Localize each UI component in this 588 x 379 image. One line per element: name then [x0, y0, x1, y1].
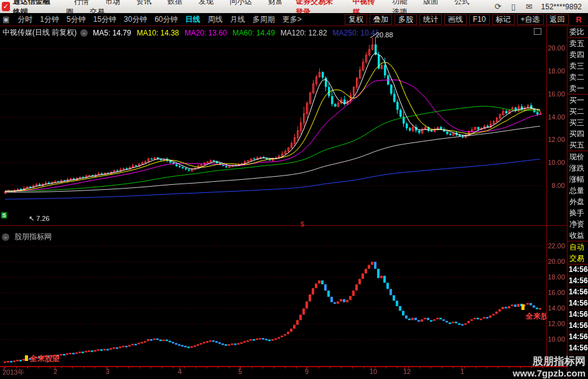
trade-time-row: 14:56	[567, 321, 588, 332]
main-y-tick: 8.00	[547, 182, 565, 189]
trade-time-row: 14:56	[567, 298, 588, 309]
mobile-icon[interactable]: ▯	[511, 2, 516, 11]
peak-price-label: 20.88	[376, 31, 393, 39]
top-menu-item[interactable]: 功能	[392, 0, 407, 6]
period-tab[interactable]: 周线	[208, 14, 223, 25]
panel-divider[interactable]	[0, 225, 567, 226]
price-axis-divider	[546, 26, 547, 366]
main-y-tick: 18.00	[547, 67, 565, 75]
top-menu-item[interactable]: 数据	[167, 0, 182, 6]
ma-legend-item: MA5: 14.79	[93, 29, 131, 37]
x-axis-line	[0, 366, 567, 367]
period-tab[interactable]: 分时	[17, 14, 32, 25]
chart-tool-button[interactable]: F10	[469, 14, 490, 25]
sidebar-quote-row: 总量	[567, 185, 588, 196]
ma-legend-item: MA120: 12.82	[281, 29, 327, 37]
dollar-marker[interactable]: $	[301, 220, 304, 228]
period-tab[interactable]: 15分钟	[93, 14, 116, 25]
sidebar-quote-row: 买一	[567, 95, 588, 106]
sidebar-quote-row: 现价	[567, 151, 588, 162]
chart-tool-button[interactable]: 返回	[546, 14, 569, 25]
sidebar-quote-row[interactable]: 自动	[567, 241, 588, 253]
period-list: 分时1分钟5分钟15分钟30分钟60分钟日线周线月线多周期更多>	[14, 14, 305, 25]
sub-y-tick: 18.00	[547, 273, 565, 281]
watermark: 股朋指标网 www.7gpzb.com	[513, 355, 586, 378]
trade-time-row: 14:56	[567, 287, 588, 298]
sidebar-quote-row: 外盘	[567, 196, 588, 207]
sub-y-tick: 14.00	[547, 304, 565, 312]
sidebar-quote-row: 买五	[567, 139, 588, 151]
sidebar-quote-row[interactable]: 交易	[567, 253, 588, 264]
trade-time-row: 14:56	[567, 343, 588, 354]
sell-signal-marker: S	[1, 212, 7, 218]
top-menu-item[interactable]: 市场	[105, 0, 120, 6]
sidebar-quote-row: 净资	[567, 218, 588, 230]
chart-tool-button[interactable]: 标记	[492, 14, 515, 25]
sidebar-quote-row: 卖三	[567, 60, 588, 72]
sidebar-group: 现价涨跌涨幅总量外盘换手净资收益	[567, 151, 588, 241]
sidebar-quote-row: 委比	[567, 26, 588, 37]
period-tab[interactable]: 1分钟	[40, 14, 59, 25]
mail-icon[interactable]: ✉	[526, 2, 533, 11]
x-axis-tick-label: 5	[238, 368, 242, 375]
period-tab[interactable]: 更多>	[282, 14, 302, 25]
top-menu-item[interactable]: 公式	[454, 0, 469, 6]
chart-canvas[interactable]	[0, 0, 588, 379]
sidebar-quote-row: 买四	[567, 128, 588, 139]
top-menu-item[interactable]: 发现	[198, 0, 213, 6]
trade-time-row: 14:56	[567, 309, 588, 321]
top-menu-item[interactable]: 行情	[74, 0, 89, 6]
chart-tool-button[interactable]: 统计	[419, 14, 442, 25]
main-y-tick: 10.00	[547, 159, 565, 166]
top-menu-item[interactable]: 版面	[423, 0, 438, 6]
x-axis-tick-label: 2013年	[2, 368, 24, 377]
top-menu-item[interactable]: 资讯	[136, 0, 151, 6]
expand-icon[interactable]	[534, 28, 541, 35]
sidebar-quote-row: 买三	[567, 117, 588, 128]
sidebar-group: 委比	[567, 26, 588, 38]
tdx-terminal-window: ✓ 通达信金融终端 行情市场资讯数据发现问小达财富圈交易 证券交易未登录 中视传…	[0, 0, 588, 379]
main-y-tick: 20.00	[547, 44, 565, 52]
refresh-icon[interactable]: ⟳	[495, 2, 502, 11]
chevron-down-icon[interactable]: ⌄	[80, 29, 88, 37]
sidebar-quote-row: 卖五	[567, 38, 588, 49]
period-tab[interactable]: 30分钟	[124, 14, 147, 25]
period-tab[interactable]: 5分钟	[67, 14, 86, 25]
account-phone: 152****9892	[541, 2, 582, 11]
chart-tool-button[interactable]: 复权	[345, 14, 367, 25]
sidebar-quote-row: 换手	[567, 207, 588, 218]
corner-r-flag: R	[576, 15, 582, 24]
chart-tool-button[interactable]: 叠加	[370, 14, 392, 25]
top-menu-bar: ✓ 通达信金融终端 行情市场资讯数据发现问小达财富圈交易 证券交易未登录 中视传…	[0, 0, 588, 14]
sidebar-group: 卖五卖四卖三卖二卖一	[567, 38, 588, 95]
top-menu-item[interactable]: 问小达	[230, 0, 252, 6]
x-axis-tick-label: 2	[54, 368, 57, 375]
low-price-label: ↖ 7.26	[29, 215, 50, 223]
tdx-logo-icon: ✓	[2, 2, 10, 11]
sidebar-quote-row: 涨幅	[567, 174, 588, 185]
x-axis-tick-label: 9	[305, 368, 309, 375]
sub-y-tick: 16.00	[547, 289, 565, 296]
sub-signal-label-left: 全来股望	[30, 353, 60, 364]
main-y-tick: 14.00	[547, 113, 565, 121]
sidebar-quote-row: 卖一	[567, 83, 588, 94]
watermark-site-name: 股朋指标网	[513, 355, 586, 368]
sidebar-quote-row: 卖二	[567, 72, 588, 83]
chart-tool-button[interactable]: +自选	[517, 14, 544, 25]
period-tab[interactable]: 月线	[230, 14, 245, 25]
sub-indicator-name: 股朋指标网	[14, 232, 52, 242]
chart-title: 中视传媒(日线 前复权)	[2, 27, 77, 38]
period-tab[interactable]: 多周期	[253, 14, 275, 25]
period-tab[interactable]: 日线	[185, 14, 200, 25]
chart-title-row: 中视传媒(日线 前复权) ⌄ MA5: 14.79MA10: 14.38MA20…	[2, 27, 385, 38]
trade-time-row: 14:56	[567, 264, 588, 276]
x-axis-tick-label: 12	[403, 368, 411, 375]
period-tab[interactable]: 60分钟	[154, 14, 177, 25]
chevron-down-icon[interactable]: ⌄	[2, 233, 9, 241]
layout-icon[interactable]: ▣	[2, 15, 9, 24]
ma-legend: MA5: 14.79MA10: 14.38MA20: 13.60MA60: 14…	[93, 29, 385, 37]
watermark-url: www.7gpzb.com	[513, 368, 586, 378]
chart-tool-button[interactable]: 多股	[394, 14, 417, 25]
chart-tool-button[interactable]: 画线	[444, 14, 467, 25]
trade-time-row: 14:56	[567, 332, 588, 343]
